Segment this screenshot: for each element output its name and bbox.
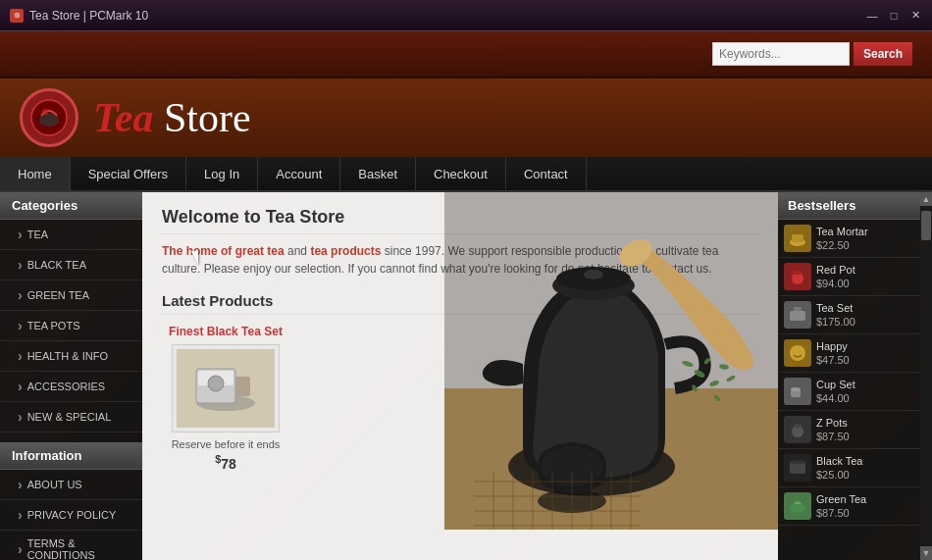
nav-item-checkout[interactable]: Checkout [416, 157, 506, 190]
svg-rect-41 [790, 311, 805, 321]
bestseller-green-tea[interactable]: Green Tea $87.50 [778, 487, 920, 526]
product-price: $78 [162, 453, 289, 472]
sidebar-item-tea-pots[interactable]: TEA POTS [0, 311, 142, 341]
welcome-text-bold1: The home of great tea [162, 244, 285, 258]
product-image-svg [177, 349, 275, 428]
bestseller-name-cup-set: Cup Set [816, 379, 914, 391]
bestseller-price-happy: $47.50 [816, 354, 914, 366]
bestseller-info-tea-mortar: Tea Mortar $22.50 [816, 226, 914, 250]
search-button[interactable]: Search [854, 42, 912, 66]
bestseller-cup-set[interactable]: Cup Set $44.00 [778, 373, 920, 411]
scrollbar-track [920, 206, 932, 546]
svg-point-7 [208, 376, 224, 391]
product-price-value: 78 [221, 456, 236, 472]
bestseller-tea-set[interactable]: Tea Set $175.00 [778, 296, 920, 334]
scrollbar-down-button[interactable]: ▼ [920, 546, 932, 560]
product-name[interactable]: Finest Black Tea Set [162, 325, 289, 338]
bestseller-happy[interactable]: Happy $47.50 [778, 334, 920, 373]
product-card-black-tea-set: Finest Black Tea Set Reserve [162, 325, 289, 472]
bestseller-price-cup-set: $44.00 [816, 392, 914, 404]
sidebar-left: Categories TEA BLACK TEA GREEN TEA TEA P… [0, 192, 142, 560]
information-title: Information [0, 442, 142, 470]
sidebar-item-black-tea[interactable]: BLACK TEA [0, 250, 142, 280]
window-title-bar: ⊛ Tea Store | PCMark 10 [10, 9, 148, 23]
sidebar-item-terms[interactable]: TERMS & CONDITIONS [0, 531, 142, 560]
window-chrome: ⊛ Tea Store | PCMark 10 — □ ✕ [0, 0, 932, 31]
window-app-icon: ⊛ [10, 9, 24, 23]
bestseller-info-happy: Happy $47.50 [816, 340, 914, 365]
bestseller-thumb-green-tea [784, 492, 811, 520]
sidebar-item-tea[interactable]: TEA [0, 220, 142, 250]
scrollbar-thumb[interactable] [921, 211, 931, 240]
bestseller-info-green-tea: Green Tea $87.50 [816, 493, 914, 518]
bestseller-info-black-tea: Black Tea $25.00 [816, 455, 914, 480]
search-bar: Search [712, 42, 912, 66]
nav-item-account[interactable]: Account [258, 157, 340, 190]
bestseller-name-happy: Happy [816, 340, 914, 353]
bestseller-price-tea-mortar: $22.50 [816, 239, 914, 251]
svg-point-40 [793, 271, 803, 275]
nav-item-basket[interactable]: Basket [340, 157, 416, 190]
logo-tea: Tea [93, 95, 153, 140]
bestseller-z-pots[interactable]: Z Pots $87.50 [778, 411, 920, 449]
nav-item-special-offers[interactable]: Special Offers [71, 157, 186, 190]
bestseller-thumb-z-pots [784, 416, 811, 443]
sidebar-item-accessories[interactable]: ACCESSORIES [0, 372, 142, 402]
bestsellers-panel: Bestsellers Tea Mortar $22.50 Red Pot $9… [778, 192, 920, 560]
bestseller-name-tea-set: Tea Set [816, 302, 914, 315]
svg-point-45 [791, 387, 801, 391]
bestseller-red-pot[interactable]: Red Pot $94.00 [778, 258, 920, 296]
bestseller-thumb-happy [784, 339, 811, 367]
bestseller-info-red-pot: Red Pot $94.00 [816, 264, 914, 288]
svg-rect-38 [792, 234, 803, 242]
bestseller-name-tea-mortar: Tea Mortar [816, 226, 914, 238]
sidebar-item-privacy[interactable]: PRIVACY POLICY [0, 500, 142, 531]
svg-point-49 [790, 460, 805, 464]
window-title-text: Tea Store | PCMark 10 [29, 9, 148, 23]
bestseller-thumb-tea-set [784, 301, 811, 329]
logo-text: Tea Store [93, 97, 251, 138]
main-content: Categories TEA BLACK TEA GREEN TEA TEA P… [0, 192, 932, 560]
categories-title: Categories [0, 192, 142, 220]
logo-area: Tea Store [0, 78, 932, 157]
bestseller-thumb-black-tea [784, 454, 811, 482]
welcome-title: Welcome to Tea Store [162, 207, 758, 234]
minimize-button[interactable]: — [865, 9, 879, 23]
sidebar-item-health[interactable]: HEALTH & INFO [0, 341, 142, 372]
svg-rect-8 [235, 377, 250, 396]
bestseller-price-red-pot: $94.00 [816, 278, 914, 289]
bestseller-info-z-pots: Z Pots $87.50 [816, 417, 914, 441]
search-input[interactable] [712, 42, 850, 66]
welcome-text: The home of great tea and tea products s… [162, 242, 758, 278]
logo-store: Store [153, 95, 250, 140]
bestseller-tea-mortar[interactable]: Tea Mortar $22.50 [778, 220, 920, 258]
maximize-button[interactable]: □ [887, 9, 901, 23]
bestseller-name-green-tea: Green Tea [816, 493, 914, 506]
bestseller-black-tea[interactable]: Black Tea $25.00 [778, 449, 920, 487]
browser-topbar: Search [0, 31, 932, 78]
product-image[interactable] [172, 344, 280, 433]
close-button[interactable]: ✕ [908, 9, 922, 23]
sidebar-item-green-tea[interactable]: GREEN TEA [0, 280, 142, 311]
product-reserve-text: Reserve before it ends [162, 438, 289, 450]
bestseller-name-red-pot: Red Pot [816, 264, 914, 277]
browser-container: Search Tea Store Home Special Offers Log… [0, 31, 932, 560]
right-scrollbar[interactable]: ▲ ▼ [920, 192, 932, 560]
logo-icon [20, 88, 78, 147]
sidebar-item-new-special[interactable]: NEW & SPECIAL [0, 402, 142, 433]
bestseller-price-green-tea: $87.50 [816, 507, 914, 519]
nav-item-home[interactable]: Home [0, 157, 71, 190]
bestseller-info-cup-set: Cup Set $44.00 [816, 379, 914, 403]
latest-products-title: Latest Products [162, 292, 758, 315]
bestseller-thumb-red-pot [784, 263, 811, 290]
bestseller-price-tea-set: $175.00 [816, 316, 914, 328]
nav-item-contact[interactable]: Contact [506, 157, 587, 190]
svg-point-50 [790, 503, 805, 513]
scrollbar-up-button[interactable]: ▲ [920, 192, 932, 206]
bestseller-price-z-pots: $87.50 [816, 431, 914, 442]
sidebar-item-about-us[interactable]: ABOUT US [0, 470, 142, 500]
nav-item-login[interactable]: Log In [186, 157, 258, 190]
svg-point-2 [42, 109, 48, 115]
bestsellers-title: Bestsellers [778, 192, 920, 220]
bestseller-thumb-cup-set [784, 378, 811, 405]
